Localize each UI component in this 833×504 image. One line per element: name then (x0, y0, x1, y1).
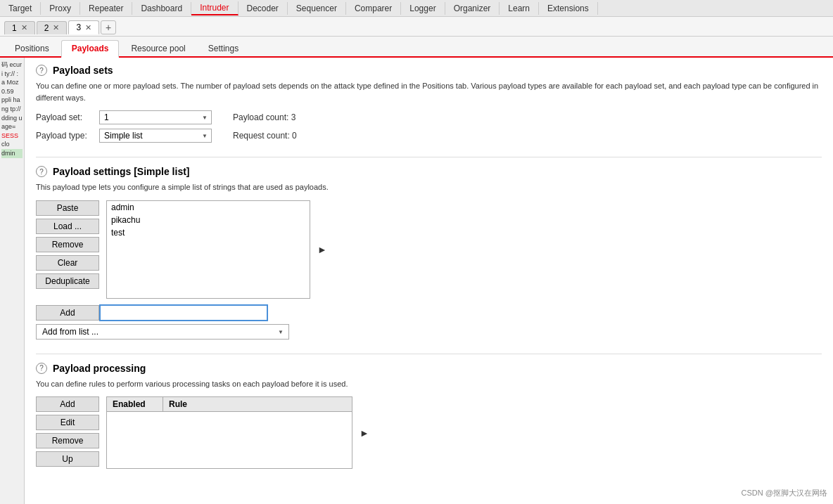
payload-set-select[interactable]: 1 2 (99, 110, 212, 124)
payload-processing-description: You can define rules to perform various … (36, 378, 822, 390)
processing-expand-arrow-icon[interactable]: ► (360, 427, 369, 439)
payload-settings-help-icon[interactable]: ? (36, 166, 47, 177)
processing-table: Enabled Rule (106, 396, 352, 469)
instance-tab-2[interactable]: 2 ✕ (37, 21, 68, 34)
nav-target[interactable]: Target (0, 2, 41, 15)
nav-sequencer[interactable]: Sequencer (288, 2, 346, 15)
col-rule: Rule (163, 397, 352, 411)
proc-add-button[interactable]: Add (36, 396, 99, 412)
nav-intruder[interactable]: Intruder (191, 1, 238, 15)
payload-sets-section: ? Payload sets You can define one or mor… (36, 65, 822, 143)
instance-tab-1[interactable]: 1 ✕ (4, 21, 35, 34)
payload-sets-help-icon[interactable]: ? (36, 65, 47, 76)
payload-processing-header: ? Payload processing (36, 363, 822, 374)
payload-settings-title: Payload settings [Simple list] (53, 166, 190, 177)
nav-decoder[interactable]: Decoder (239, 2, 288, 15)
list-item[interactable]: admin (107, 201, 310, 214)
add-row: Add (36, 304, 822, 321)
top-nav: Target Proxy Repeater Dashboard Intruder… (0, 0, 833, 17)
payload-type-label: Payload type: (36, 131, 99, 141)
nav-extensions[interactable]: Extensions (539, 2, 598, 15)
instance-tab-3[interactable]: 3 ✕ (68, 20, 99, 34)
load-button[interactable]: Load ... (36, 219, 99, 234)
payload-settings-header: ? Payload settings [Simple list] (36, 166, 822, 177)
nav-logger[interactable]: Logger (401, 2, 445, 15)
request-count-display: Request count: 0 (233, 131, 297, 141)
add-from-list-select[interactable]: Add from list ... (36, 324, 289, 340)
sub-tabs: Positions Payloads Resource pool Setting… (0, 37, 833, 58)
main-content: ? Payload sets You can define one or mor… (25, 58, 833, 504)
processing-buttons: Add Edit Remove Up (36, 396, 99, 467)
tab-resource-pool[interactable]: Resource pool (120, 40, 196, 56)
payload-sets-description: You can define one or more payload sets.… (36, 80, 822, 103)
col-enabled: Enabled (107, 397, 163, 411)
proc-up-button[interactable]: Up (36, 451, 99, 467)
nav-dashboard[interactable]: Dashboard (132, 2, 191, 15)
divider-2 (36, 354, 822, 354)
tab-payloads[interactable]: Payloads (61, 40, 120, 58)
close-tab-2-icon[interactable]: ✕ (53, 23, 59, 32)
payload-sets-title: Payload sets (53, 65, 113, 76)
payload-processing-section: ? Payload processing You can define rule… (36, 363, 822, 470)
tab-positions[interactable]: Positions (4, 40, 60, 56)
payload-set-row: Payload set: 1 2 Payload count: 3 (36, 110, 822, 124)
nav-learn[interactable]: Learn (500, 2, 539, 15)
list-action-buttons: Paste Load ... Remove Clear Deduplicate (36, 200, 99, 289)
payload-sets-header: ? Payload sets (36, 65, 822, 76)
processing-table-body (107, 412, 352, 468)
payload-count-display: Payload count: 3 (233, 112, 295, 122)
clear-button[interactable]: Clear (36, 255, 99, 271)
add-payload-input[interactable] (99, 304, 268, 321)
payload-settings-section: ? Payload settings [Simple list] This pa… (36, 166, 822, 340)
processing-area: Add Edit Remove Up Enabled Rule ► (36, 396, 822, 469)
payload-processing-title: Payload processing (53, 363, 146, 374)
payload-type-select[interactable]: Simple list Runtime file Numbers (99, 129, 212, 143)
nav-organizer[interactable]: Organizer (445, 2, 500, 15)
proc-remove-button[interactable]: Remove (36, 433, 99, 448)
sidebar-text: 码 ecuri ty:// : a Moz 0.59 ppli hang tp:… (0, 58, 24, 161)
watermark: CSDN @抠脚大汉在网络 (742, 488, 827, 498)
new-tab-button[interactable]: + (101, 20, 116, 34)
payload-listbox[interactable]: admin pikachu test (106, 200, 310, 299)
nav-comparer[interactable]: Comparer (346, 2, 401, 15)
payload-settings-description: This payload type lets you configure a s… (36, 181, 822, 193)
deduplicate-button[interactable]: Deduplicate (36, 273, 99, 289)
divider-1 (36, 157, 822, 157)
list-item[interactable]: test (107, 226, 310, 239)
remove-button[interactable]: Remove (36, 237, 99, 252)
processing-table-header: Enabled Rule (107, 397, 352, 412)
expand-arrow-icon[interactable]: ► (317, 244, 327, 255)
nav-repeater[interactable]: Repeater (80, 2, 132, 15)
close-tab-3-icon[interactable]: ✕ (85, 23, 91, 32)
close-tab-1-icon[interactable]: ✕ (21, 23, 27, 32)
sidebar: 码 ecuri ty:// : a Moz 0.59 ppli hang tp:… (0, 58, 25, 504)
main-layout: 码 ecuri ty:// : a Moz 0.59 ppli hang tp:… (0, 58, 833, 504)
list-item[interactable]: pikachu (107, 214, 310, 226)
payload-processing-help-icon[interactable]: ? (36, 363, 47, 374)
payload-set-select-wrapper: 1 2 (99, 110, 212, 124)
paste-button[interactable]: Paste (36, 200, 99, 216)
instance-tabs: 1 ✕ 2 ✕ 3 ✕ + (0, 17, 833, 37)
add-from-list-wrapper: Add from list ... (36, 324, 289, 340)
tab-settings[interactable]: Settings (198, 40, 249, 56)
proc-edit-button[interactable]: Edit (36, 415, 99, 430)
add-payload-button[interactable]: Add (36, 305, 99, 321)
payload-list-area: Paste Load ... Remove Clear Deduplicate … (36, 200, 822, 299)
payload-type-row: Payload type: Simple list Runtime file N… (36, 129, 822, 143)
payload-type-select-wrapper: Simple list Runtime file Numbers (99, 129, 212, 143)
payload-set-label: Payload set: (36, 112, 99, 122)
nav-proxy[interactable]: Proxy (41, 2, 80, 15)
